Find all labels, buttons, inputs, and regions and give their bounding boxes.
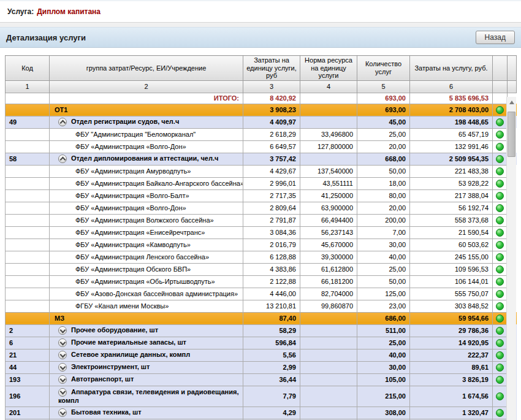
collapse-icon[interactable] xyxy=(58,155,67,163)
divider xyxy=(0,23,521,27)
status-dot-icon[interactable] xyxy=(496,131,504,139)
table-row: 196Аппаратура связи, телевидения и радио… xyxy=(6,386,517,407)
cell-norm: 43,551111 xyxy=(300,177,357,189)
cell-norm xyxy=(300,386,357,407)
cell-unit-cost: 3 084,36 xyxy=(243,226,300,239)
status-dot-icon[interactable] xyxy=(496,216,504,224)
status-dot-icon[interactable] xyxy=(496,229,504,237)
collapse-icon[interactable] xyxy=(58,118,67,126)
totals-total: 5 835 696,53 xyxy=(410,93,493,104)
status-dot-icon[interactable] xyxy=(496,265,504,273)
status-dot-icon[interactable] xyxy=(496,106,504,114)
cell-code xyxy=(6,214,50,226)
status-dot-icon[interactable] xyxy=(496,180,504,188)
row-label: Аппаратура связи, телевидения и радиовещ… xyxy=(58,388,238,404)
service-label: Услуга: xyxy=(7,7,34,16)
column-number: 5 xyxy=(357,80,410,93)
status-dot-icon[interactable] xyxy=(496,155,504,163)
cell-quantity: 125,00 xyxy=(357,288,410,300)
cell-quantity: 30,00 xyxy=(357,361,410,373)
cell-unit-cost: 4 446,00 xyxy=(243,288,300,300)
table-row: ФБУ «Администрация Ленского бассейна»6 1… xyxy=(6,251,517,263)
cell-unit-cost: 2 791,87 xyxy=(243,214,300,226)
header-total: Затраты на услугу, руб. xyxy=(410,56,493,81)
cell-status xyxy=(493,263,508,275)
vertical-scrollbar[interactable] xyxy=(506,97,516,420)
status-dot-icon[interactable] xyxy=(496,253,504,261)
cell-unit-cost: 4 383,86 xyxy=(243,263,300,275)
status-dot-icon[interactable] xyxy=(496,278,504,286)
table-row: ФБУ «Администрация «Волго-Балт»2 717,354… xyxy=(6,189,517,202)
status-dot-icon[interactable] xyxy=(496,409,504,417)
cell-code xyxy=(6,300,50,312)
status-dot-icon[interactable] xyxy=(496,339,504,347)
row-label: ФБУ «Администрация Волжского бассейна» xyxy=(75,216,214,224)
status-dot-icon[interactable] xyxy=(496,302,504,310)
status-dot-icon[interactable] xyxy=(496,118,504,126)
status-dot-icon[interactable] xyxy=(496,327,504,335)
cell-quantity: 215,00 xyxy=(357,386,410,407)
expand-icon[interactable] xyxy=(58,338,67,347)
expand-icon[interactable] xyxy=(58,363,67,372)
status-dot-icon[interactable] xyxy=(496,315,504,323)
cell-unit-cost: 3 908,23 xyxy=(243,104,300,116)
status-dot-icon[interactable] xyxy=(496,290,504,298)
cell-norm xyxy=(300,373,357,386)
cell-total: 222,37 xyxy=(410,349,493,361)
header-unit-cost: Затраты на единицу услуги, руб xyxy=(243,56,300,81)
expand-icon[interactable] xyxy=(58,326,67,335)
status-dot-icon[interactable] xyxy=(496,167,504,175)
cell-norm xyxy=(300,324,357,337)
expand-icon[interactable] xyxy=(58,375,67,384)
cell-status xyxy=(493,386,508,407)
expand-icon[interactable] xyxy=(58,388,67,397)
cell-norm: 41,250000 xyxy=(300,189,357,202)
cell-total: 221 483,38 xyxy=(410,165,493,177)
scrollbar-thumb[interactable] xyxy=(508,112,515,157)
status-dot-icon[interactable] xyxy=(496,376,504,384)
cell-name: ОТ1 xyxy=(50,104,243,116)
expand-icon[interactable] xyxy=(58,351,67,359)
status-dot-icon[interactable] xyxy=(496,392,504,400)
column-number: 6 xyxy=(410,80,493,93)
back-button[interactable]: Назад xyxy=(476,31,515,44)
table-row: 58Отдел дипломирования и аттестации, чел… xyxy=(6,153,517,165)
table-row: ФБУ «Администрация «Камводпуть»2 016,794… xyxy=(6,239,517,251)
totals-unit-cost: 8 420,92 xyxy=(243,93,300,104)
cell-code xyxy=(6,239,50,251)
status-dot-icon[interactable] xyxy=(496,351,504,359)
totals-status-cell xyxy=(493,93,508,104)
row-label: ФБУ «Администрация Амурводпуть» xyxy=(75,167,191,175)
status-dot-icon[interactable] xyxy=(496,143,504,151)
cell-name: ФБУ «Азово-Донская бассейновая администр… xyxy=(50,288,243,300)
row-label: Отдел регистрации судов, чел.ч xyxy=(71,118,179,125)
table-row: ФБУ «Администрация «Волго-Дон»2 809,6463… xyxy=(6,202,517,214)
cell-quantity: 20,00 xyxy=(357,202,410,214)
cell-quantity: 7,00 xyxy=(357,226,410,239)
expand-icon[interactable] xyxy=(58,408,67,417)
cell-status xyxy=(493,239,508,251)
cell-code xyxy=(6,312,50,324)
cell-total: 106 144,01 xyxy=(410,275,493,288)
scroll-up-arrow-icon[interactable] xyxy=(509,101,514,104)
cell-quantity: 668,00 xyxy=(357,153,410,165)
cell-unit-cost: 2 717,35 xyxy=(243,189,300,202)
cell-total: 245 155,00 xyxy=(410,251,493,263)
cell-name: ФБУ «Администрация «Волго-Дон» xyxy=(50,140,243,153)
cell-code: 21 xyxy=(6,349,50,361)
cell-code xyxy=(6,165,50,177)
status-dot-icon[interactable] xyxy=(496,364,504,372)
cell-quantity: 25,00 xyxy=(357,263,410,275)
cell-total: 555 750,07 xyxy=(410,288,493,300)
cell-name: ФБУ «Администрация Амурводпуть» xyxy=(50,165,243,177)
cell-code xyxy=(6,140,50,153)
cell-quantity: 80,00 xyxy=(357,189,410,202)
cell-quantity: 23,00 xyxy=(357,300,410,312)
status-dot-icon[interactable] xyxy=(496,192,504,200)
cell-name: МЗ xyxy=(50,312,243,324)
cell-name: Отдел регистрации судов, чел.ч xyxy=(50,116,243,128)
status-dot-icon[interactable] xyxy=(496,241,504,249)
column-number-empty xyxy=(493,80,508,93)
cell-unit-cost: 58,29 xyxy=(243,324,300,337)
status-dot-icon[interactable] xyxy=(496,204,504,212)
